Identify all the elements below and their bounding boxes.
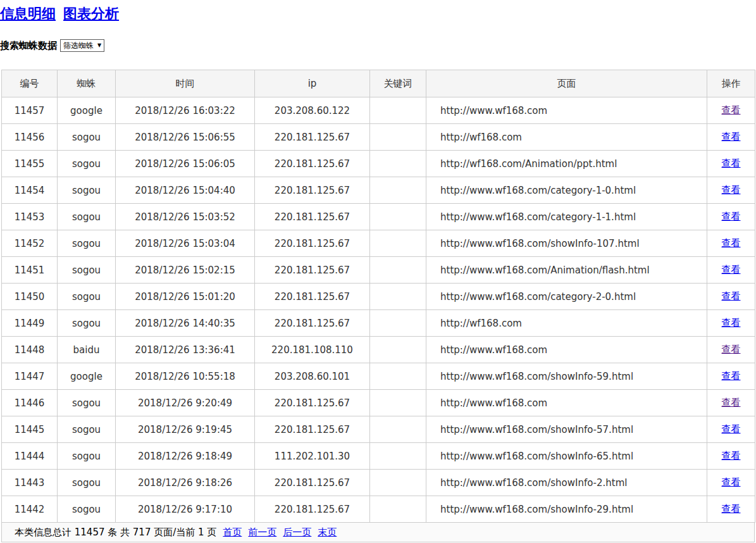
header-action: 操作: [707, 70, 755, 97]
cell-action: 查看: [707, 470, 755, 496]
pagination-link-prev[interactable]: 前一页: [248, 527, 276, 538]
cell-page: http://wf168.com: [426, 124, 707, 151]
cell-page: http://www.wf168.com/showInfo-107.html: [426, 230, 707, 257]
view-link[interactable]: 查看: [722, 450, 741, 461]
pagination-link-last[interactable]: 末页: [318, 527, 337, 538]
cell-keyword: [370, 337, 426, 363]
table-row: 11444sogou2018/12/26 9:18:49111.202.101.…: [2, 443, 755, 470]
table-row: 11451sogou2018/12/26 15:02:15220.181.125…: [2, 257, 755, 284]
header-id: 编号: [2, 70, 58, 97]
cell-spider: sogou: [58, 496, 116, 523]
view-link[interactable]: 查看: [722, 184, 741, 196]
cell-keyword: [370, 470, 426, 496]
nav-link-info-detail[interactable]: 信息明细: [0, 6, 56, 22]
search-row: 搜索蜘蛛数据 筛选蜘蛛 ▼: [0, 39, 756, 53]
cell-page: http://www.wf168.com: [426, 390, 707, 416]
pagination-link-next[interactable]: 后一页: [283, 527, 311, 538]
cell-action: 查看: [707, 284, 755, 310]
cell-time: 2018/12/26 15:06:05: [116, 151, 255, 177]
cell-time: 2018/12/26 14:40:35: [116, 310, 255, 337]
cell-page: http://www.wf168.com/showInfo-29.html: [426, 496, 707, 523]
view-link[interactable]: 查看: [722, 237, 741, 249]
cell-time: 2018/12/26 9:18:49: [116, 443, 255, 470]
cell-action: 查看: [707, 363, 755, 390]
cell-keyword: [370, 496, 426, 523]
cell-id: 11451: [2, 257, 58, 284]
cell-ip: 220.181.125.67: [255, 177, 370, 204]
view-link[interactable]: 查看: [722, 317, 741, 328]
pagination-link-first[interactable]: 首页: [223, 527, 242, 538]
cell-page: http://www.wf168.com/Animation/flash.htm…: [426, 257, 707, 284]
cell-ip: 220.181.125.67: [255, 151, 370, 177]
table-row: 11448baidu2018/12/26 13:36:41220.181.108…: [2, 337, 755, 363]
cell-time: 2018/12/26 10:55:18: [116, 363, 255, 390]
cell-keyword: [370, 363, 426, 390]
cell-page: http://wf168.com/Animation/ppt.html: [426, 151, 707, 177]
cell-id: 11448: [2, 337, 58, 363]
cell-keyword: [370, 284, 426, 310]
table-row: 11454sogou2018/12/26 15:04:40220.181.125…: [2, 177, 755, 204]
cell-keyword: [370, 204, 426, 230]
cell-action: 查看: [707, 496, 755, 523]
cell-page: http://www.wf168.com/showInfo-57.html: [426, 416, 707, 443]
cell-page: http://www.wf168.com/showInfo-2.html: [426, 470, 707, 496]
chevron-down-icon: ▼: [97, 43, 101, 48]
table-row: 11447google2018/12/26 10:55:18203.208.60…: [2, 363, 755, 390]
view-link[interactable]: 查看: [722, 397, 741, 408]
cell-spider: sogou: [58, 416, 116, 443]
view-link[interactable]: 查看: [722, 104, 741, 116]
view-link[interactable]: 查看: [722, 290, 741, 302]
cell-action: 查看: [707, 177, 755, 204]
cell-ip: 220.181.125.67: [255, 416, 370, 443]
cell-keyword: [370, 151, 426, 177]
cell-spider: sogou: [58, 470, 116, 496]
spider-table: 编号 蜘蛛 时间 ip 关键词 页面 操作 11457google2018/12…: [1, 70, 755, 523]
spider-filter-select[interactable]: 筛选蜘蛛 ▼: [60, 39, 104, 52]
cell-page: http://www.wf168.com/category-1-1.html: [426, 204, 707, 230]
cell-action: 查看: [707, 230, 755, 257]
cell-action: 查看: [707, 390, 755, 416]
cell-id: 11446: [2, 390, 58, 416]
view-link[interactable]: 查看: [722, 158, 741, 169]
pagination-bar: 本类信息总计 11457 条 共 717 页面/当前 1 页 首页前一页后一页末…: [1, 522, 755, 542]
cell-id: 11452: [2, 230, 58, 257]
cell-id: 11456: [2, 124, 58, 151]
cell-ip: 220.181.125.67: [255, 230, 370, 257]
cell-time: 2018/12/26 9:20:49: [116, 390, 255, 416]
view-link[interactable]: 查看: [722, 477, 741, 488]
cell-time: 2018/12/26 15:03:04: [116, 230, 255, 257]
pagination-links: 首页前一页后一页末页: [216, 527, 337, 539]
cell-action: 查看: [707, 97, 755, 124]
cell-id: 11442: [2, 496, 58, 523]
table-header-row: 编号 蜘蛛 时间 ip 关键词 页面 操作: [2, 70, 755, 97]
cell-ip: 203.208.60.101: [255, 363, 370, 390]
view-link[interactable]: 查看: [722, 503, 741, 515]
table-row: 11456sogou2018/12/26 15:06:55220.181.125…: [2, 124, 755, 151]
cell-spider: sogou: [58, 284, 116, 310]
cell-page: http://www.wf168.com/showInfo-65.html: [426, 443, 707, 470]
table-row: 11457google2018/12/26 16:03:22203.208.60…: [2, 97, 755, 124]
header-page: 页面: [426, 70, 707, 97]
header-keyword: 关键词: [370, 70, 426, 97]
cell-time: 2018/12/26 13:36:41: [116, 337, 255, 363]
cell-time: 2018/12/26 9:17:10: [116, 496, 255, 523]
spider-filter-value: 筛选蜘蛛: [63, 41, 94, 51]
table-row: 11452sogou2018/12/26 15:03:04220.181.125…: [2, 230, 755, 257]
pagination-summary: 本类信息总计 11457 条 共 717 页面/当前 1 页: [15, 527, 216, 539]
cell-time: 2018/12/26 9:18:26: [116, 470, 255, 496]
view-link[interactable]: 查看: [722, 264, 741, 275]
view-link[interactable]: 查看: [722, 131, 741, 142]
view-link[interactable]: 查看: [722, 370, 741, 382]
cell-ip: 220.181.125.67: [255, 204, 370, 230]
cell-spider: sogou: [58, 124, 116, 151]
view-link[interactable]: 查看: [722, 423, 741, 435]
cell-id: 11444: [2, 443, 58, 470]
cell-time: 2018/12/26 9:19:45: [116, 416, 255, 443]
nav-link-chart-analysis[interactable]: 图表分析: [63, 6, 119, 22]
cell-ip: 203.208.60.122: [255, 97, 370, 124]
cell-spider: sogou: [58, 230, 116, 257]
cell-time: 2018/12/26 15:06:55: [116, 124, 255, 151]
cell-action: 查看: [707, 257, 755, 284]
view-link[interactable]: 查看: [722, 344, 741, 355]
view-link[interactable]: 查看: [722, 211, 741, 222]
